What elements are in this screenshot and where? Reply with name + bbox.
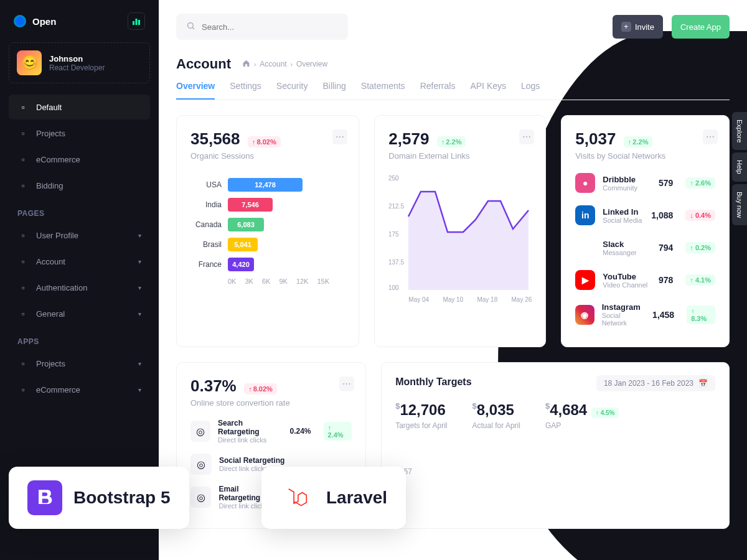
search-icon	[186, 21, 195, 33]
conv-sub: Direct link clicks	[218, 436, 283, 444]
page-title: Account	[176, 56, 231, 72]
tab-referrals[interactable]: Referrals	[420, 81, 456, 100]
more-icon[interactable]: ⋯	[519, 129, 534, 144]
chart-icon[interactable]	[128, 12, 145, 30]
tab-overview[interactable]: Overview	[176, 81, 215, 100]
nav-icon: ▫	[17, 358, 29, 369]
social-value: 5,037	[575, 129, 616, 149]
social-change: ↓ 0.4%	[685, 210, 715, 221]
tab-statements[interactable]: Statements	[361, 81, 405, 100]
social-icon: ▶	[575, 270, 595, 290]
links-change: ↑ 2.2%	[437, 136, 466, 147]
svg-rect-0	[133, 21, 134, 25]
social-sub: Community	[603, 184, 637, 192]
targets-footer: $357	[395, 467, 715, 476]
search-input[interactable]	[202, 22, 338, 32]
x-tick: May 26	[512, 296, 532, 303]
home-icon[interactable]	[242, 59, 250, 69]
nav-icon: ▫	[17, 154, 29, 165]
social-name: Linked In	[603, 207, 642, 217]
x-tick: 3K	[245, 278, 253, 285]
conv-title: Social Retargeting	[219, 456, 284, 465]
more-icon[interactable]: ⋯	[339, 376, 354, 391]
social-row-dribbble[interactable]: ●DribbbleCommunity579↑ 2.6%	[575, 167, 715, 199]
target-label: GAP	[545, 421, 619, 430]
conv-val: 0.24%	[289, 427, 311, 436]
nav-item-authentication[interactable]: ▫Authentication▾	[9, 275, 150, 300]
svg-point-3	[188, 22, 194, 28]
conv-change: ↑ 8.02%	[244, 383, 277, 394]
bar-fill: 12,478	[228, 178, 303, 192]
social-name: Dribbble	[603, 175, 637, 184]
target-block: $8,035Actual for April	[472, 401, 520, 430]
nav-item-ecommerce[interactable]: ▫eCommerce	[9, 147, 150, 172]
svg-rect-1	[136, 19, 138, 25]
target-icon: ◎	[190, 487, 211, 508]
nav-item-general[interactable]: ▫General▾	[9, 301, 150, 326]
x-tick: May 18	[477, 296, 497, 303]
user-card[interactable]: 😊 Johnson React Developer	[9, 42, 150, 83]
social-value: 978	[659, 275, 673, 285]
nav-icon: ▫	[17, 384, 29, 395]
social-icon: ◉	[575, 305, 594, 325]
svg-text:212.5: 212.5	[388, 203, 404, 210]
x-tick: May 10	[443, 296, 463, 303]
svg-text:137.5: 137.5	[388, 259, 404, 266]
more-icon[interactable]: ⋯	[703, 129, 718, 144]
conv-label: Online store convertion rate	[190, 398, 352, 408]
search-box[interactable]	[176, 14, 348, 40]
social-row-youtube[interactable]: ▶YouTubeVideo Channel978↑ 4.1%	[575, 264, 715, 296]
target-value: $4,684 ↑ 4.5%	[545, 401, 619, 419]
svg-text:250: 250	[388, 175, 399, 182]
crumb-account[interactable]: Account	[260, 60, 286, 68]
tab-billing[interactable]: Billing	[322, 81, 345, 100]
nav-item-bidding[interactable]: ▫Bidding	[9, 173, 150, 198]
bar-fill: 4,420	[228, 258, 254, 271]
chevron-down-icon: ▾	[138, 360, 141, 367]
social-name: YouTube	[603, 272, 647, 281]
links-value: 2,579	[388, 129, 429, 149]
date-range-text: 18 Jan 2023 - 16 Feb 2023	[604, 379, 693, 388]
social-value: 579	[659, 178, 673, 188]
sidetab-buy[interactable]: Buy now	[732, 184, 747, 225]
sessions-change: ↑ 8.02%	[248, 136, 281, 147]
social-row-instagram[interactable]: ◉InstagramSocial Network1,458↑ 8.3%	[575, 296, 715, 333]
sidetab-help[interactable]: Help	[732, 152, 747, 182]
tab-settings[interactable]: Settings	[230, 81, 261, 100]
brand-name: Open	[32, 16, 56, 27]
date-range-picker[interactable]: 18 Jan 2023 - 16 Feb 2023 📅	[596, 375, 715, 391]
nav-item-ecommerce[interactable]: ▫eCommerce▾	[9, 377, 150, 402]
conv-value: 0.37%	[190, 376, 237, 396]
float-bootstrap: Bootstrap 5	[9, 467, 189, 529]
nav-item-user-profile[interactable]: ▫User Profile▾	[9, 223, 150, 248]
svg-line-4	[192, 27, 194, 29]
conv-change: ↑ 2.4%	[324, 422, 352, 441]
nav-label: Projects	[36, 359, 65, 368]
create-app-button[interactable]: Create App	[672, 15, 730, 39]
nav-item-account[interactable]: ▫Account▾	[9, 249, 150, 274]
social-sub: Social Media	[603, 217, 642, 224]
sidetab-explore[interactable]: Explore	[732, 112, 747, 150]
nav-icon: ▫	[17, 308, 29, 319]
target-icon: ◎	[190, 454, 212, 475]
tab-logs[interactable]: Logs	[521, 81, 540, 100]
x-tick: 6K	[262, 278, 270, 285]
social-row-slack[interactable]: ✱SlackMessanger794↑ 0.2%	[575, 231, 715, 264]
topbar: + Invite Create App	[176, 14, 730, 40]
tab-api-keys[interactable]: API Keys	[470, 81, 506, 100]
social-value: 1,088	[651, 210, 673, 220]
social-row-linked-in[interactable]: inLinked InSocial Media1,088↓ 0.4%	[575, 199, 715, 231]
nav-icon: ▫	[17, 282, 29, 293]
nav-label: Account	[36, 257, 65, 266]
nav-item-default[interactable]: ▫Default	[9, 95, 150, 119]
user-name: Johnson	[49, 54, 105, 63]
invite-button[interactable]: + Invite	[613, 15, 663, 39]
invite-label: Invite	[635, 22, 654, 32]
svg-text:175: 175	[388, 231, 399, 238]
nav-item-projects[interactable]: ▫Projects▾	[9, 351, 150, 376]
area-chart: 250 212.5 175 137.5 100 May 04 May 10 Ma…	[388, 173, 532, 303]
links-label: Domain External Links	[388, 151, 532, 161]
more-icon[interactable]: ⋯	[332, 129, 347, 144]
tab-security[interactable]: Security	[276, 81, 308, 100]
nav-item-projects[interactable]: ▫Projects	[9, 121, 150, 146]
